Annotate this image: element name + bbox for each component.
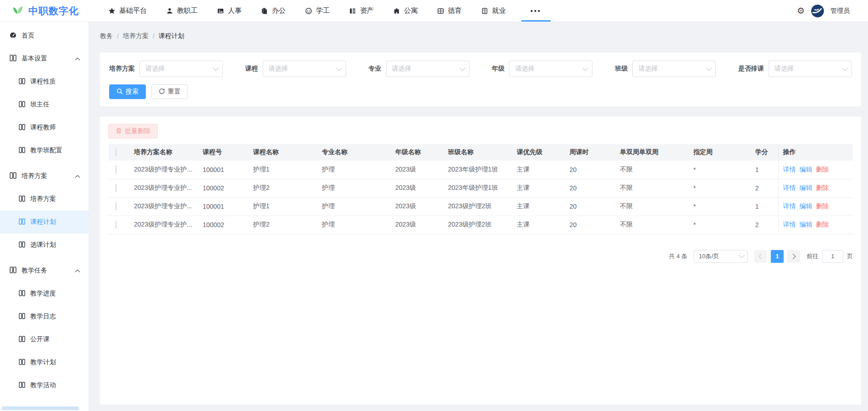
- page-size-value: 10条/页: [699, 252, 719, 261]
- nav-item-more[interactable]: •••: [519, 0, 553, 22]
- nav-item-moral[interactable]: 德育: [431, 0, 468, 22]
- grade-select[interactable]: 请选择: [509, 61, 592, 77]
- cell-course-no: 100002: [203, 216, 253, 234]
- nav-item-office[interactable]: 办公: [254, 0, 292, 22]
- badge-icon: [481, 7, 488, 15]
- edit-link[interactable]: 编辑: [800, 184, 813, 191]
- sidebar-item-training-plan[interactable]: 培养方案: [0, 188, 88, 211]
- breadcrumb-item[interactable]: 培养方案: [123, 32, 149, 40]
- select-placeholder: 请选择: [515, 65, 534, 73]
- table-row: 2023级护理专业护... 100002 护理2 护理 2023级 2023年级…: [108, 179, 853, 197]
- cell-class: 2023年级护理1班: [448, 161, 517, 179]
- sidebar-item-teaching-log[interactable]: 教学日志: [0, 305, 88, 328]
- sidebar-item-teaching-plan[interactable]: 教学计划: [0, 351, 88, 374]
- row-checkbox[interactable]: [116, 184, 116, 192]
- nav-item-assets[interactable]: 资产: [343, 0, 380, 22]
- book-icon: [18, 146, 26, 155]
- sidebar-horizontal-scrollbar[interactable]: [2, 406, 79, 410]
- filter-panel: 培养方案 请选择 课程 请选择 专业: [100, 52, 861, 106]
- page-size-select[interactable]: 10条/页: [694, 250, 748, 263]
- cell-major: 护理: [322, 197, 395, 216]
- nav-item-staff[interactable]: 教职工: [160, 0, 204, 22]
- scheduled-select[interactable]: 请选择: [768, 61, 852, 77]
- cell-week-parity: 不限: [620, 197, 693, 216]
- detail-link[interactable]: 详情: [783, 202, 796, 210]
- row-checkbox[interactable]: [116, 202, 116, 211]
- cell-major: 护理: [322, 161, 395, 179]
- column-header: 操作: [778, 144, 853, 161]
- delete-link[interactable]: 删除: [816, 202, 829, 210]
- sidebar-item-course-plan[interactable]: 课程计划: [0, 211, 88, 233]
- breadcrumb-item[interactable]: 教务: [100, 32, 113, 40]
- filter-scheduled: 是否排课 请选择: [738, 61, 852, 77]
- sidebar-group-basic-settings[interactable]: 基本设置: [0, 47, 88, 70]
- sidebar-item-home[interactable]: 首页: [0, 24, 88, 47]
- sidebar-item-course-nature[interactable]: 课程性质: [0, 70, 88, 93]
- cell-course-no: 100001: [203, 197, 253, 216]
- gear-icon[interactable]: ⚙: [797, 6, 805, 15]
- cell-plan-name: 2023级护理专业护...: [134, 179, 203, 197]
- prev-page-button[interactable]: [754, 250, 767, 263]
- next-page-button[interactable]: [787, 250, 800, 263]
- detail-link[interactable]: 详情: [783, 166, 796, 173]
- nav-label: 就业: [492, 6, 506, 15]
- cell-grade: 2023级: [395, 161, 448, 179]
- row-checkbox[interactable]: [116, 166, 116, 174]
- current-user-name[interactable]: 管理员: [830, 7, 850, 15]
- nav-item-platform[interactable]: 基础平台: [102, 0, 153, 22]
- sidebar-group-label: 培养方案: [22, 172, 47, 180]
- nav-item-students[interactable]: 学工: [299, 0, 336, 22]
- search-button[interactable]: 搜索: [109, 84, 146, 99]
- class-select[interactable]: 请选择: [632, 61, 716, 77]
- edit-link[interactable]: 编辑: [800, 221, 813, 228]
- column-header: 学分: [755, 144, 778, 161]
- delete-link[interactable]: 删除: [816, 184, 829, 191]
- column-header: 专业名称: [322, 144, 395, 161]
- filter-course: 课程 请选择: [245, 61, 346, 77]
- reset-button[interactable]: 重置: [151, 84, 188, 99]
- nav-item-hr[interactable]: 人事: [210, 0, 248, 22]
- sidebar-item-teaching-activity[interactable]: 教学活动: [0, 374, 88, 397]
- detail-link[interactable]: 详情: [783, 221, 796, 228]
- nav-item-dorm[interactable]: 公寓: [387, 0, 424, 22]
- asset-list-icon: [349, 7, 356, 15]
- course-select[interactable]: 请选择: [263, 61, 346, 77]
- batch-delete-button[interactable]: 批量删除: [108, 124, 158, 139]
- sidebar-item-open-class[interactable]: 公开课: [0, 328, 88, 351]
- sidebar-item-teaching-progress[interactable]: 教学进度: [0, 282, 88, 305]
- sidebar-item-label: 教学日志: [30, 312, 56, 321]
- detail-link[interactable]: 详情: [783, 184, 796, 191]
- filter-grade: 年级 请选择: [492, 61, 592, 77]
- page-number-1[interactable]: 1: [771, 250, 784, 263]
- select-all-checkbox[interactable]: [116, 148, 116, 156]
- book-icon: [9, 266, 17, 275]
- sidebar-item-elective-plan[interactable]: 选课计划: [0, 233, 88, 256]
- cell-credit: 1: [755, 197, 778, 216]
- edit-link[interactable]: 编辑: [800, 202, 813, 210]
- sidebar-item-label: 首页: [22, 32, 34, 40]
- sidebar-item-head-teacher[interactable]: 班主任: [0, 93, 88, 116]
- chevron-up-icon: [75, 172, 80, 180]
- training-plan-select[interactable]: 请选择: [139, 61, 223, 77]
- breadcrumb-separator: /: [153, 33, 155, 40]
- goto-page-input[interactable]: [822, 250, 843, 263]
- nav-label: 学工: [316, 6, 330, 15]
- edit-link[interactable]: 编辑: [800, 166, 813, 173]
- nav-item-employment[interactable]: 就业: [475, 0, 512, 22]
- cell-course-name: 护理2: [253, 179, 322, 197]
- delete-link[interactable]: 删除: [816, 221, 829, 228]
- nav-label: 教职工: [177, 6, 198, 15]
- row-checkbox[interactable]: [116, 221, 116, 229]
- cell-course-name: 护理1: [253, 161, 322, 179]
- avatar[interactable]: [811, 5, 824, 17]
- sidebar-group-teaching-tasks[interactable]: 教学任务: [0, 259, 88, 282]
- select-placeholder: 请选择: [145, 65, 165, 73]
- dashboard-icon: [9, 31, 17, 40]
- delete-link[interactable]: 删除: [816, 166, 829, 173]
- sidebar-item-course-teacher[interactable]: 课程教师: [0, 116, 88, 139]
- sidebar-group-training-plan[interactable]: 培养方案: [0, 165, 88, 188]
- major-select[interactable]: 请选择: [386, 61, 470, 77]
- select-placeholder: 请选择: [774, 65, 794, 73]
- sidebar-item-class-config[interactable]: 教学班配置: [0, 139, 88, 162]
- filter-major: 专业 请选择: [369, 61, 470, 77]
